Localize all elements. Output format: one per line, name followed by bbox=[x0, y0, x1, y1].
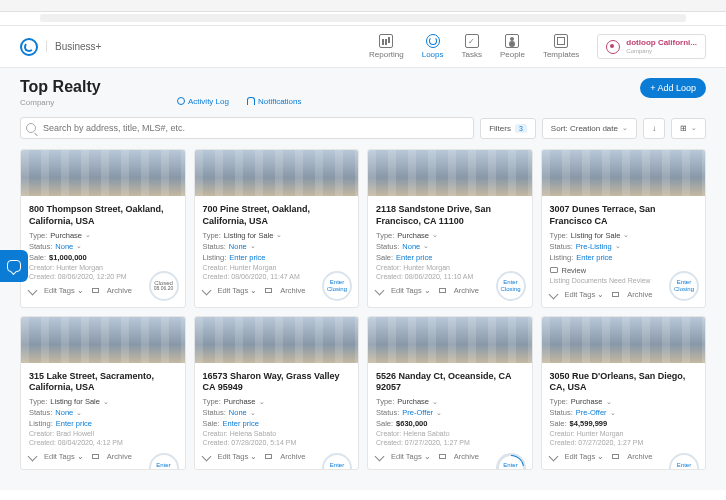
download-button[interactable]: ↓ bbox=[643, 118, 665, 139]
sort-button[interactable]: Sort: Creation date⌄ bbox=[542, 118, 637, 139]
type-value[interactable]: Purchase bbox=[397, 231, 429, 240]
creator-line: Creator: Hunter Morgan bbox=[550, 430, 698, 437]
enter-price-link[interactable]: Enter price bbox=[576, 253, 612, 262]
edit-tags-link[interactable]: Edit Tags ⌄ bbox=[218, 452, 258, 461]
edit-tags-link[interactable]: Edit Tags ⌄ bbox=[565, 290, 605, 299]
chat-widget[interactable] bbox=[0, 250, 28, 282]
property-thumbnail bbox=[195, 150, 359, 196]
search-icon bbox=[26, 123, 36, 133]
creator-line: Creator: Hunter Morgan bbox=[376, 264, 524, 271]
status-circle-enter[interactable]: EnterClosing bbox=[149, 453, 179, 470]
loop-card[interactable]: 3007 Dunes Terrace, San Francisco CA Typ… bbox=[541, 149, 707, 308]
property-address: 2118 Sandstone Drive, San Francisco, CA … bbox=[376, 204, 524, 227]
status-circle-closed: Closed08.06.20 bbox=[149, 271, 179, 301]
type-value[interactable]: Purchase bbox=[224, 397, 256, 406]
status-circle-enter[interactable]: EnterClosing bbox=[496, 271, 526, 301]
archive-link[interactable]: Archive bbox=[454, 286, 479, 295]
enter-price-link[interactable]: Enter price bbox=[223, 419, 259, 428]
nav-people[interactable]: People bbox=[500, 34, 525, 59]
filters-button[interactable]: Filters3 bbox=[480, 118, 536, 139]
status-value[interactable]: None bbox=[402, 242, 420, 251]
company-sub: Company bbox=[626, 48, 697, 55]
archive-link[interactable]: Archive bbox=[627, 290, 652, 299]
loop-card[interactable]: 315 Lake Street, Sacramento, California,… bbox=[20, 316, 186, 471]
edit-tags-link[interactable]: Edit Tags ⌄ bbox=[218, 286, 258, 295]
view-toggle-button[interactable]: ⊞⌄ bbox=[671, 118, 706, 139]
property-thumbnail bbox=[368, 150, 532, 196]
creator-line: Creator: Helena Sabato bbox=[203, 430, 351, 437]
company-name: dotloop Californi... bbox=[626, 39, 697, 48]
status-circle-enter[interactable]: EnterClosing bbox=[669, 271, 699, 301]
edit-tags-link[interactable]: Edit Tags ⌄ bbox=[565, 452, 605, 461]
creator-line: Creator: Helena Sabato bbox=[376, 430, 524, 437]
type-value[interactable]: Listing for Sale bbox=[224, 231, 274, 240]
enter-price-link[interactable]: Enter price bbox=[56, 419, 92, 428]
chevron-down-icon: ⌄ bbox=[276, 231, 282, 239]
loop-card[interactable]: 3050 Rue D'Orleans, San Diego, CA, USA T… bbox=[541, 316, 707, 471]
property-address: 315 Lake Street, Sacramento, California,… bbox=[29, 371, 177, 394]
status-value[interactable]: None bbox=[229, 242, 247, 251]
templates-icon bbox=[554, 34, 568, 48]
loop-card[interactable]: 700 Pine Street, Oakland, California, US… bbox=[194, 149, 360, 308]
archive-link[interactable]: Archive bbox=[627, 452, 652, 461]
archive-link[interactable]: Archive bbox=[454, 452, 479, 461]
property-thumbnail bbox=[21, 150, 185, 196]
archive-icon bbox=[265, 288, 272, 293]
top-navigation: Business+ Reporting Loops Tasks People T… bbox=[0, 26, 726, 68]
page-subtitle: Company bbox=[20, 98, 54, 107]
property-thumbnail bbox=[542, 317, 706, 363]
grid-icon: ⊞ bbox=[680, 124, 687, 133]
enter-price-link[interactable]: Enter price bbox=[229, 253, 265, 262]
type-value[interactable]: Purchase bbox=[397, 397, 429, 406]
notifications-link[interactable]: Notifications bbox=[247, 97, 302, 106]
chevron-down-icon: ⌄ bbox=[76, 242, 82, 250]
edit-tags-link[interactable]: Edit Tags ⌄ bbox=[391, 286, 431, 295]
status-value[interactable]: Pre-Listing bbox=[576, 242, 612, 251]
nav-loops[interactable]: Loops bbox=[422, 34, 444, 59]
property-address: 3007 Dunes Terrace, San Francisco CA bbox=[550, 204, 698, 227]
loop-card[interactable]: 800 Thompson Street, Oakland, California… bbox=[20, 149, 186, 308]
chevron-down-icon: ⌄ bbox=[85, 231, 91, 239]
creator-line: Creator: Hunter Morgan bbox=[29, 264, 177, 271]
type-value[interactable]: Purchase bbox=[571, 397, 603, 406]
property-address: 16573 Sharon Way, Grass Valley CA 95949 bbox=[203, 371, 351, 394]
archive-icon bbox=[92, 454, 99, 459]
archive-link[interactable]: Archive bbox=[280, 452, 305, 461]
status-value[interactable]: None bbox=[229, 408, 247, 417]
people-icon bbox=[505, 34, 519, 48]
status-value[interactable]: None bbox=[55, 408, 73, 417]
archive-link[interactable]: Archive bbox=[107, 286, 132, 295]
status-circle-enter[interactable]: EnterClosing bbox=[322, 271, 352, 301]
edit-tags-link[interactable]: Edit Tags ⌄ bbox=[391, 452, 431, 461]
status-value[interactable]: None bbox=[55, 242, 73, 251]
property-address: 3050 Rue D'Orleans, San Diego, CA, USA bbox=[550, 371, 698, 394]
brand-label: Business+ bbox=[46, 41, 101, 52]
chevron-down-icon: ⌄ bbox=[259, 398, 265, 406]
enter-price-link[interactable]: Enter price bbox=[396, 253, 432, 262]
search-input[interactable] bbox=[20, 117, 474, 139]
loop-card[interactable]: 5526 Nanday Ct, Oceanside, CA 92057 Type… bbox=[367, 316, 533, 471]
type-value[interactable]: Listing for Sale bbox=[571, 231, 621, 240]
status-value[interactable]: Pre-Offer bbox=[576, 408, 607, 417]
archive-link[interactable]: Archive bbox=[280, 286, 305, 295]
nav-reporting[interactable]: Reporting bbox=[369, 34, 404, 59]
toolbar: Filters3 Sort: Creation date⌄ ↓ ⊞⌄ bbox=[0, 111, 726, 149]
edit-tags-link[interactable]: Edit Tags ⌄ bbox=[44, 286, 84, 295]
loop-card[interactable]: 16573 Sharon Way, Grass Valley CA 95949 … bbox=[194, 316, 360, 471]
status-value[interactable]: Pre-Offer bbox=[402, 408, 433, 417]
type-value[interactable]: Listing for Sale bbox=[50, 397, 100, 406]
add-loop-button[interactable]: + Add Loop bbox=[640, 78, 706, 98]
browser-address-bar bbox=[0, 12, 726, 26]
company-selector[interactable]: dotloop Californi... Company bbox=[597, 34, 706, 59]
page-header: + Add Loop Top Realty Company Activity L… bbox=[0, 68, 726, 111]
edit-tags-link[interactable]: Edit Tags ⌄ bbox=[44, 452, 84, 461]
archive-link[interactable]: Archive bbox=[107, 452, 132, 461]
nav-templates[interactable]: Templates bbox=[543, 34, 579, 59]
nav-tasks[interactable]: Tasks bbox=[462, 34, 482, 59]
property-address: 700 Pine Street, Oakland, California, US… bbox=[203, 204, 351, 227]
activity-log-link[interactable]: Activity Log bbox=[177, 97, 229, 106]
type-value[interactable]: Purchase bbox=[50, 231, 82, 240]
property-thumbnail bbox=[195, 317, 359, 363]
status-circle-progress[interactable]: EnterClosing bbox=[496, 453, 526, 470]
loop-card[interactable]: 2118 Sandstone Drive, San Francisco, CA … bbox=[367, 149, 533, 308]
